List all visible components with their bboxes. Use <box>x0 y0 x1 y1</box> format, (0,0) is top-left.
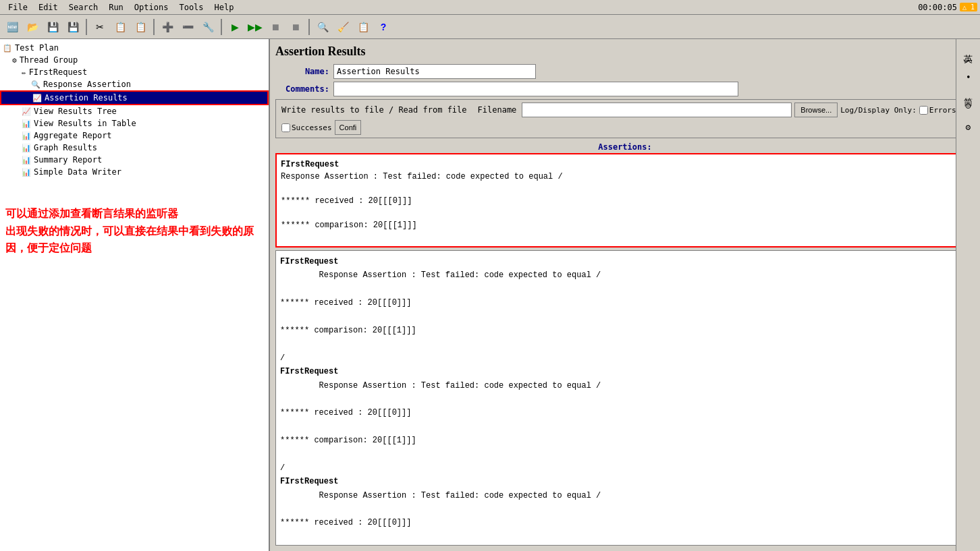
sep4 <box>308 19 310 35</box>
menu-run[interactable]: Run <box>103 1 129 13</box>
menu-tools[interactable]: Tools <box>173 1 209 13</box>
scroll-line-17: FIrstRequest <box>280 475 970 488</box>
menu-search[interactable]: Search <box>63 1 103 13</box>
tree-item-view-results-table[interactable]: 📊 View Results in Table <box>0 117 269 129</box>
simple-data-writer-icon: 📊 <box>22 168 31 177</box>
sidebar-icon-2[interactable]: ⟆ <box>962 55 975 66</box>
errors-checkbox[interactable] <box>919 106 928 115</box>
scroll-area[interactable]: FIrstRequest Response Assertion : Test f… <box>275 250 975 546</box>
config-button[interactable]: Confi <box>335 120 362 135</box>
sidebar-icon-4[interactable]: 简 <box>961 88 976 93</box>
summary-report-icon: 📊 <box>22 156 31 165</box>
scroll-line-10: Response Assertion : Test failed: code e… <box>280 379 970 393</box>
tree-item-first-request[interactable]: ✏ FIrstRequest <box>0 66 269 78</box>
tree-item-test-plan[interactable]: 📋 Test Plan <box>0 42 269 54</box>
remove-button[interactable]: ➖ <box>178 18 197 36</box>
paste-button[interactable]: 📋 <box>131 18 150 36</box>
assert-line1: FIrstRequest <box>281 158 969 171</box>
menu-file[interactable]: File <box>3 1 33 13</box>
copy-button[interactable]: 📋 <box>111 18 130 36</box>
file-section-text: Write results to file / Read from file <box>281 105 467 115</box>
tree-item-simple-data-writer[interactable]: 📊 Simple Data Writer <box>0 166 269 178</box>
tree-item-response-assertion[interactable]: 🔍 Response Assertion <box>0 78 269 90</box>
thread-group-icon: ⚙ <box>12 56 17 65</box>
add-button[interactable]: ➕ <box>158 18 177 36</box>
clear-all-button[interactable]: 🧹 <box>333 18 352 36</box>
response-assertion-icon: 🔍 <box>31 80 40 89</box>
list-button[interactable]: 📋 <box>354 18 373 36</box>
test-plan-label: Test Plan <box>15 43 59 53</box>
right-panel: Assertion Results Name: Comments: Write … <box>270 39 980 551</box>
main-layout: 📋 Test Plan ⚙ Thread Group ✏ FIrstReques… <box>0 39 980 551</box>
scroll-line-21 <box>280 530 970 544</box>
name-label: Name: <box>275 67 329 76</box>
sidebar-icon-5[interactable]: ☺ <box>962 98 975 114</box>
summary-report-label: Summary Report <box>34 155 102 165</box>
menu-help[interactable]: Help <box>209 1 240 13</box>
run-button[interactable]: ▶ <box>225 18 244 36</box>
filename-input[interactable] <box>522 103 792 117</box>
timer-display: 00:00:05 <box>918 3 957 12</box>
response-assertion-label: Response Assertion <box>43 80 131 89</box>
view-results-table-label: View Results in Table <box>34 119 136 128</box>
save-as-button[interactable]: 💾 <box>63 18 82 36</box>
save-button[interactable]: 💾 <box>43 18 62 36</box>
search-btn[interactable]: 🔍 <box>313 18 332 36</box>
aggregate-report-label: Aggregate Report <box>34 131 112 140</box>
scroll-line-8: / <box>280 351 970 365</box>
scroll-line-20: ****** received : 20[[[0]]] <box>280 516 970 529</box>
name-input[interactable] <box>333 64 536 79</box>
toolbar: 🆕 📂 💾 💾 ✂ 📋 📋 ➕ ➖ 🔧 ▶ ▶▶ ⏹ ⏹ 🔍 🧹 📋 ? <box>0 15 980 39</box>
first-request-label: FIrstRequest <box>29 67 88 77</box>
assertion-results-icon: 📈 <box>32 94 42 103</box>
run-all-button[interactable]: ▶▶ <box>246 18 265 36</box>
scroll-line-7 <box>280 337 970 351</box>
thread-group-label: Thread Group <box>20 55 78 65</box>
sidebar-icon-6[interactable]: ⚙ <box>962 119 975 135</box>
menu-options[interactable]: Options <box>129 1 174 13</box>
tree-item-aggregate-report[interactable]: 📊 Aggregate Report <box>0 129 269 142</box>
scroll-line-18: Response Assertion : Test failed: code e… <box>280 489 970 502</box>
tree-item-view-results-tree[interactable]: 📈 View Results Tree <box>0 105 269 117</box>
open-button[interactable]: 📂 <box>23 18 42 36</box>
assertion-results-panel: Assertion Results Name: Comments: Write … <box>270 39 980 551</box>
tree-item-assertion-results[interactable]: 📈 Assertion Results <box>0 90 269 105</box>
panel-title: Assertion Results <box>275 45 975 59</box>
log-display-label: Log/Display Only: <box>840 106 917 115</box>
menu-edit[interactable]: Edit <box>33 1 63 13</box>
simple-data-writer-label: Simple Data Writer <box>34 167 121 177</box>
browse-button[interactable]: Browse... <box>794 103 838 117</box>
comments-row: Comments: <box>275 82 975 96</box>
help-button[interactable]: ? <box>374 18 393 36</box>
assertions-label: Assertions: <box>275 142 975 152</box>
graph-results-icon: 📊 <box>22 144 31 152</box>
scroll-line-11 <box>280 393 970 406</box>
filename-label: Filename <box>478 105 517 115</box>
errors-checkbox-group: Errors <box>919 106 956 115</box>
new-button[interactable]: 🆕 <box>3 18 22 36</box>
assert-line4: ****** received : 20[[[0]]] <box>281 195 969 207</box>
view-results-tree-icon: 📈 <box>22 107 31 116</box>
assert-line2: Response Assertion : Test failed: code e… <box>281 171 969 183</box>
sep2 <box>153 19 155 35</box>
successes-checkbox[interactable] <box>281 123 290 132</box>
scroll-line-9: FIrstRequest <box>280 365 970 378</box>
first-request-icon: ✏ <box>22 68 26 77</box>
tree-item-summary-report[interactable]: 📊 Summary Report <box>0 154 269 166</box>
clear-button[interactable]: 🔧 <box>198 18 217 36</box>
scroll-line-19 <box>280 502 970 516</box>
sidebar-icon-1[interactable]: 英 <box>961 45 976 50</box>
comments-input[interactable] <box>333 82 738 96</box>
stop-button[interactable]: ⏹ <box>266 18 285 36</box>
scroll-line-5 <box>280 310 970 324</box>
assertion-results-label: Assertion Results <box>45 93 128 103</box>
cut-button[interactable]: ✂ <box>90 18 109 36</box>
tree-item-thread-group[interactable]: ⚙ Thread Group <box>0 54 269 66</box>
scroll-line-3 <box>280 283 970 296</box>
annotation-block: 可以通过添加查看断言结果的监听器 出现失败的情况时，可以直接在结果中看到失败的原… <box>0 205 269 257</box>
sidebar-icon-3[interactable]: • <box>962 71 975 82</box>
tree-item-graph-results[interactable]: 📊 Graph Results <box>0 142 269 154</box>
scroll-line-4: ****** received : 20[[[0]]] <box>280 296 970 310</box>
scroll-line-13 <box>280 420 970 434</box>
stop-now-button[interactable]: ⏹ <box>286 18 305 36</box>
